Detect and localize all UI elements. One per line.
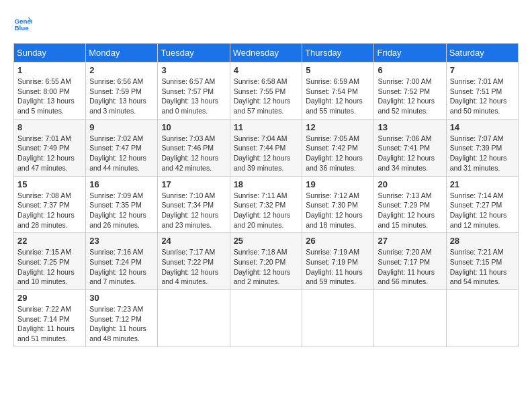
header-monday: Monday xyxy=(86,44,158,62)
calendar-cell: 21Sunrise: 7:14 AMSunset: 7:27 PMDayligh… xyxy=(446,176,518,233)
day-number: 27 xyxy=(378,236,442,246)
calendar-cell xyxy=(158,290,230,347)
calendar-cell: 1Sunrise: 6:55 AMSunset: 8:00 PMDaylight… xyxy=(14,62,86,120)
calendar-cell xyxy=(230,290,302,347)
day-info: Sunrise: 7:18 AMSunset: 7:20 PMDaylight:… xyxy=(234,247,299,287)
day-number: 8 xyxy=(17,122,82,132)
calendar-cell xyxy=(446,290,518,347)
header-saturday: Saturday xyxy=(446,44,518,62)
calendar-cell: 13Sunrise: 7:06 AMSunset: 7:41 PMDayligh… xyxy=(374,119,446,176)
calendar-cell: 6Sunrise: 7:00 AMSunset: 7:52 PMDaylight… xyxy=(374,62,446,120)
calendar-week-5: 29Sunrise: 7:22 AMSunset: 7:14 PMDayligh… xyxy=(14,290,519,347)
day-number: 25 xyxy=(234,236,299,246)
day-info: Sunrise: 7:14 AMSunset: 7:27 PMDaylight:… xyxy=(450,191,515,230)
calendar-cell: 12Sunrise: 7:05 AMSunset: 7:42 PMDayligh… xyxy=(302,119,374,176)
calendar-cell: 7Sunrise: 7:01 AMSunset: 7:51 PMDaylight… xyxy=(446,62,518,120)
calendar-cell: 29Sunrise: 7:22 AMSunset: 7:14 PMDayligh… xyxy=(14,290,86,347)
calendar-cell: 5Sunrise: 6:59 AMSunset: 7:54 PMDaylight… xyxy=(302,62,374,120)
calendar-cell: 18Sunrise: 7:11 AMSunset: 7:32 PMDayligh… xyxy=(230,176,302,233)
calendar-week-4: 22Sunrise: 7:15 AMSunset: 7:25 PMDayligh… xyxy=(14,233,519,290)
day-info: Sunrise: 7:06 AMSunset: 7:41 PMDaylight:… xyxy=(378,134,442,173)
calendar-cell: 27Sunrise: 7:20 AMSunset: 7:17 PMDayligh… xyxy=(374,233,446,290)
day-number: 11 xyxy=(234,122,299,132)
day-info: Sunrise: 7:09 AMSunset: 7:35 PMDaylight:… xyxy=(89,191,154,230)
day-info: Sunrise: 7:12 AMSunset: 7:30 PMDaylight:… xyxy=(306,191,370,230)
calendar-week-1: 1Sunrise: 6:55 AMSunset: 8:00 PMDaylight… xyxy=(14,62,519,120)
calendar-cell: 10Sunrise: 7:03 AMSunset: 7:46 PMDayligh… xyxy=(158,119,230,176)
day-number: 4 xyxy=(234,65,299,75)
calendar-cell: 28Sunrise: 7:21 AMSunset: 7:15 PMDayligh… xyxy=(446,233,518,290)
day-number: 9 xyxy=(89,122,154,132)
day-info: Sunrise: 7:13 AMSunset: 7:29 PMDaylight:… xyxy=(378,191,442,230)
day-number: 12 xyxy=(306,122,370,132)
day-info: Sunrise: 7:23 AMSunset: 7:12 PMDaylight:… xyxy=(89,304,154,344)
day-info: Sunrise: 7:04 AMSunset: 7:44 PMDaylight:… xyxy=(234,134,299,173)
calendar-cell: 26Sunrise: 7:19 AMSunset: 7:19 PMDayligh… xyxy=(302,233,374,290)
calendar-cell: 22Sunrise: 7:15 AMSunset: 7:25 PMDayligh… xyxy=(14,233,86,290)
day-info: Sunrise: 7:19 AMSunset: 7:19 PMDaylight:… xyxy=(306,247,370,287)
day-number: 7 xyxy=(450,65,515,75)
logo: General Blue xyxy=(13,13,35,32)
calendar-cell: 2Sunrise: 6:56 AMSunset: 7:59 PMDaylight… xyxy=(86,62,158,120)
day-info: Sunrise: 6:55 AMSunset: 8:00 PMDaylight:… xyxy=(17,77,82,116)
day-number: 2 xyxy=(89,65,154,75)
calendar-cell xyxy=(374,290,446,347)
day-number: 5 xyxy=(306,65,370,75)
day-number: 13 xyxy=(378,122,442,132)
day-info: Sunrise: 6:59 AMSunset: 7:54 PMDaylight:… xyxy=(306,77,370,116)
day-number: 24 xyxy=(161,236,226,246)
day-info: Sunrise: 7:08 AMSunset: 7:37 PMDaylight:… xyxy=(17,191,82,230)
day-number: 30 xyxy=(89,293,154,303)
header-thursday: Thursday xyxy=(302,44,374,62)
day-number: 6 xyxy=(378,65,442,75)
day-info: Sunrise: 7:07 AMSunset: 7:39 PMDaylight:… xyxy=(450,134,515,173)
day-info: Sunrise: 7:01 AMSunset: 7:49 PMDaylight:… xyxy=(17,134,82,173)
calendar-cell: 17Sunrise: 7:10 AMSunset: 7:34 PMDayligh… xyxy=(158,176,230,233)
day-number: 23 xyxy=(89,236,154,246)
day-info: Sunrise: 7:05 AMSunset: 7:42 PMDaylight:… xyxy=(306,134,370,173)
calendar-table: SundayMondayTuesdayWednesdayThursdayFrid… xyxy=(13,43,519,347)
calendar-cell: 14Sunrise: 7:07 AMSunset: 7:39 PMDayligh… xyxy=(446,119,518,176)
day-info: Sunrise: 6:57 AMSunset: 7:57 PMDaylight:… xyxy=(161,77,226,116)
day-info: Sunrise: 7:00 AMSunset: 7:52 PMDaylight:… xyxy=(378,77,442,116)
day-info: Sunrise: 6:58 AMSunset: 7:55 PMDaylight:… xyxy=(234,77,299,116)
day-number: 28 xyxy=(450,236,515,246)
day-info: Sunrise: 7:20 AMSunset: 7:17 PMDaylight:… xyxy=(378,247,442,287)
calendar-cell: 4Sunrise: 6:58 AMSunset: 7:55 PMDaylight… xyxy=(230,62,302,120)
calendar-cell: 11Sunrise: 7:04 AMSunset: 7:44 PMDayligh… xyxy=(230,119,302,176)
page-header: General Blue xyxy=(13,13,519,32)
calendar-header-row: SundayMondayTuesdayWednesdayThursdayFrid… xyxy=(14,44,519,62)
day-info: Sunrise: 7:10 AMSunset: 7:34 PMDaylight:… xyxy=(161,191,226,230)
day-number: 15 xyxy=(17,179,82,189)
day-number: 3 xyxy=(161,65,226,75)
day-number: 14 xyxy=(450,122,515,132)
day-number: 20 xyxy=(378,179,442,189)
day-number: 19 xyxy=(306,179,370,189)
calendar-cell: 15Sunrise: 7:08 AMSunset: 7:37 PMDayligh… xyxy=(14,176,86,233)
calendar-cell: 8Sunrise: 7:01 AMSunset: 7:49 PMDaylight… xyxy=(14,119,86,176)
day-info: Sunrise: 7:15 AMSunset: 7:25 PMDaylight:… xyxy=(17,247,82,287)
day-number: 26 xyxy=(306,236,370,246)
calendar-cell: 30Sunrise: 7:23 AMSunset: 7:12 PMDayligh… xyxy=(86,290,158,347)
day-number: 1 xyxy=(17,65,82,75)
calendar-cell: 19Sunrise: 7:12 AMSunset: 7:30 PMDayligh… xyxy=(302,176,374,233)
day-number: 22 xyxy=(17,236,82,246)
day-info: Sunrise: 7:11 AMSunset: 7:32 PMDaylight:… xyxy=(234,191,299,230)
header-tuesday: Tuesday xyxy=(158,44,230,62)
header-friday: Friday xyxy=(374,44,446,62)
day-number: 17 xyxy=(161,179,226,189)
calendar-cell: 20Sunrise: 7:13 AMSunset: 7:29 PMDayligh… xyxy=(374,176,446,233)
day-info: Sunrise: 7:17 AMSunset: 7:22 PMDaylight:… xyxy=(161,247,226,287)
calendar-cell: 23Sunrise: 7:16 AMSunset: 7:24 PMDayligh… xyxy=(86,233,158,290)
calendar-cell: 9Sunrise: 7:02 AMSunset: 7:47 PMDaylight… xyxy=(86,119,158,176)
calendar-cell: 16Sunrise: 7:09 AMSunset: 7:35 PMDayligh… xyxy=(86,176,158,233)
calendar-cell: 24Sunrise: 7:17 AMSunset: 7:22 PMDayligh… xyxy=(158,233,230,290)
day-info: Sunrise: 7:01 AMSunset: 7:51 PMDaylight:… xyxy=(450,77,515,116)
day-number: 21 xyxy=(450,179,515,189)
logo-icon: General Blue xyxy=(13,13,32,32)
day-info: Sunrise: 7:22 AMSunset: 7:14 PMDaylight:… xyxy=(17,304,82,344)
calendar-cell xyxy=(302,290,374,347)
day-info: Sunrise: 7:16 AMSunset: 7:24 PMDaylight:… xyxy=(89,247,154,287)
day-number: 10 xyxy=(161,122,226,132)
header-wednesday: Wednesday xyxy=(230,44,302,62)
